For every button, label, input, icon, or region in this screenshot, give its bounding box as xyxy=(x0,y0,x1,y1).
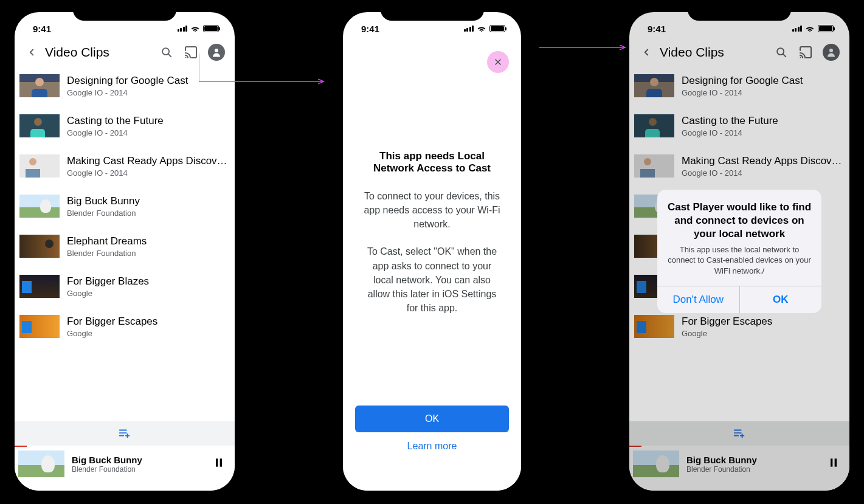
player-title: Big Buck Bunny xyxy=(72,455,206,465)
wifi-icon xyxy=(190,25,200,32)
interstitial-p1: To connect to your devices, this app nee… xyxy=(361,189,503,232)
notch xyxy=(688,4,791,21)
dont-allow-button[interactable]: Don't Allow xyxy=(657,286,740,313)
thumbnail xyxy=(19,154,60,178)
phone-list: 9:41 Video Clips Designing for Google Ca… xyxy=(6,4,243,499)
svg-point-1 xyxy=(185,57,187,58)
back-button[interactable] xyxy=(24,45,39,60)
list-item[interactable]: Big Buck BunnyBlender Foundation xyxy=(15,186,235,226)
item-title: For Bigger Escapes xyxy=(67,316,230,328)
svg-point-2 xyxy=(215,49,218,52)
list-item[interactable]: For Bigger EscapesGoogle xyxy=(15,306,235,347)
thumbnail xyxy=(19,275,60,298)
list-item[interactable]: Elephant DreamsBlender Foundation xyxy=(15,226,235,266)
svg-rect-3 xyxy=(216,458,218,466)
battery-icon xyxy=(203,25,219,32)
notch xyxy=(73,4,176,21)
item-subtitle: Google IO - 2014 xyxy=(67,128,230,137)
close-button[interactable] xyxy=(487,51,509,73)
status-time: 9:41 xyxy=(33,24,51,34)
list-item[interactable]: Casting to the FutureGoogle IO - 2014 xyxy=(15,106,235,146)
ok-button[interactable]: OK xyxy=(355,406,509,432)
navbar: Video Clips xyxy=(15,39,235,66)
queue-bar[interactable] xyxy=(15,421,235,446)
item-subtitle: Google xyxy=(67,289,230,298)
battery-icon xyxy=(489,25,505,32)
cast-button[interactable] xyxy=(184,45,198,60)
item-title: Elephant Dreams xyxy=(67,235,230,247)
phone-alert: 9:41 Video Clips Designing for Google Ca… xyxy=(621,4,858,499)
phone-interstitial: 9:41 This app needs Local Network Access… xyxy=(334,4,530,499)
learn-more-button[interactable]: Learn more xyxy=(355,432,509,460)
interstitial-title: This app needs Local Network Access to C… xyxy=(361,150,503,174)
item-title: Making Cast Ready Apps Discover... xyxy=(67,155,230,167)
item-title: Casting to the Future xyxy=(67,115,230,127)
pause-button[interactable] xyxy=(213,457,225,471)
thumbnail xyxy=(19,235,60,258)
item-subtitle: Blender Foundation xyxy=(67,209,230,218)
item-title: Big Buck Bunny xyxy=(67,195,230,207)
home-indicator[interactable] xyxy=(700,491,779,494)
cellular-icon xyxy=(464,26,474,32)
video-list: Designing for Google CastGoogle IO - 201… xyxy=(15,66,235,421)
cellular-icon xyxy=(178,26,188,32)
list-item[interactable]: Designing for Google CastGoogle IO - 201… xyxy=(15,66,235,106)
item-subtitle: Blender Foundation xyxy=(67,249,230,258)
player-thumbnail xyxy=(18,450,64,477)
thumbnail xyxy=(19,195,60,218)
list-item[interactable]: Making Cast Ready Apps Discover...Google… xyxy=(15,146,235,186)
thumbnail xyxy=(19,315,60,338)
thumbnail xyxy=(19,114,60,137)
close-icon xyxy=(494,58,502,66)
player-subtitle: Blender Foundation xyxy=(72,465,206,474)
permission-alert: Cast Player would like to find and conne… xyxy=(657,190,821,314)
status-time: 9:41 xyxy=(361,24,379,34)
thumbnail xyxy=(19,74,60,97)
wifi-icon xyxy=(477,25,486,32)
item-subtitle: Google IO - 2014 xyxy=(67,88,230,97)
account-button[interactable] xyxy=(208,44,225,61)
search-button[interactable] xyxy=(159,45,174,60)
alert-message: This app uses the local network to conne… xyxy=(667,244,812,277)
notch xyxy=(381,4,484,21)
page-title: Video Clips xyxy=(45,45,153,60)
interstitial-p2: To Cast, select "OK" when the app asks t… xyxy=(361,244,503,315)
playlist-add-icon xyxy=(118,427,131,440)
home-indicator[interactable] xyxy=(85,491,164,494)
item-title: For Bigger Blazes xyxy=(67,275,230,288)
interstitial: This app needs Local Network Access to C… xyxy=(343,39,521,491)
alert-title: Cast Player would like to find and conne… xyxy=(667,201,812,241)
permission-overlay: Cast Player would like to find and conne… xyxy=(629,12,849,491)
svg-rect-4 xyxy=(220,458,222,466)
item-subtitle: Google IO - 2014 xyxy=(67,168,230,178)
item-title: Designing for Google Cast xyxy=(67,75,230,87)
item-subtitle: Google xyxy=(67,329,230,338)
mini-player[interactable]: Big Buck BunnyBlender Foundation xyxy=(15,446,235,491)
list-item[interactable]: For Bigger BlazesGoogle xyxy=(15,266,235,306)
home-indicator[interactable] xyxy=(393,491,472,494)
allow-button[interactable]: OK xyxy=(740,286,822,313)
